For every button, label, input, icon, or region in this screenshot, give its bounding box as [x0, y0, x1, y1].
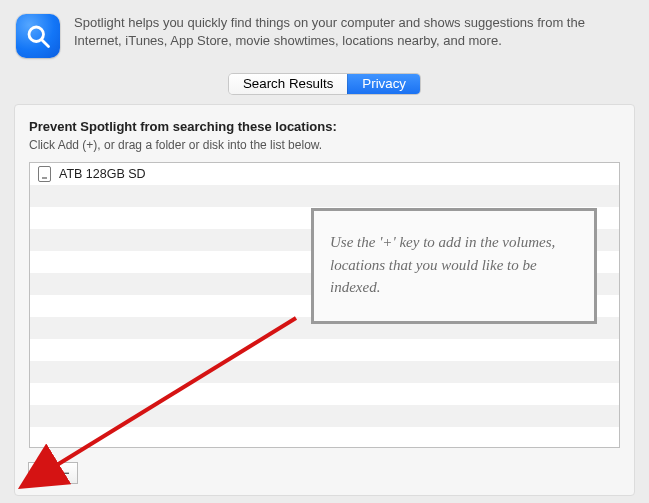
list-item[interactable]: ATB 128GB SD: [30, 163, 619, 185]
tab-privacy[interactable]: Privacy: [347, 74, 420, 94]
list-item-label: ATB 128GB SD: [59, 167, 146, 181]
spotlight-icon: [16, 14, 60, 58]
tab-search-results[interactable]: Search Results: [229, 74, 347, 94]
panel-hint: Click Add (+), or drag a folder or disk …: [29, 138, 620, 152]
svg-line-1: [42, 40, 49, 47]
panel-heading: Prevent Spotlight from searching these l…: [29, 119, 620, 134]
spotlight-description: Spotlight helps you quickly find things …: [74, 14, 633, 49]
add-button[interactable]: +: [29, 463, 53, 483]
annotation-callout: Use the '+' key to add in the volumes, l…: [311, 208, 597, 324]
remove-button[interactable]: −: [53, 463, 77, 483]
disk-icon: [38, 166, 51, 182]
add-remove-group: + −: [29, 463, 77, 483]
tab-group: Search Results Privacy: [229, 74, 420, 94]
